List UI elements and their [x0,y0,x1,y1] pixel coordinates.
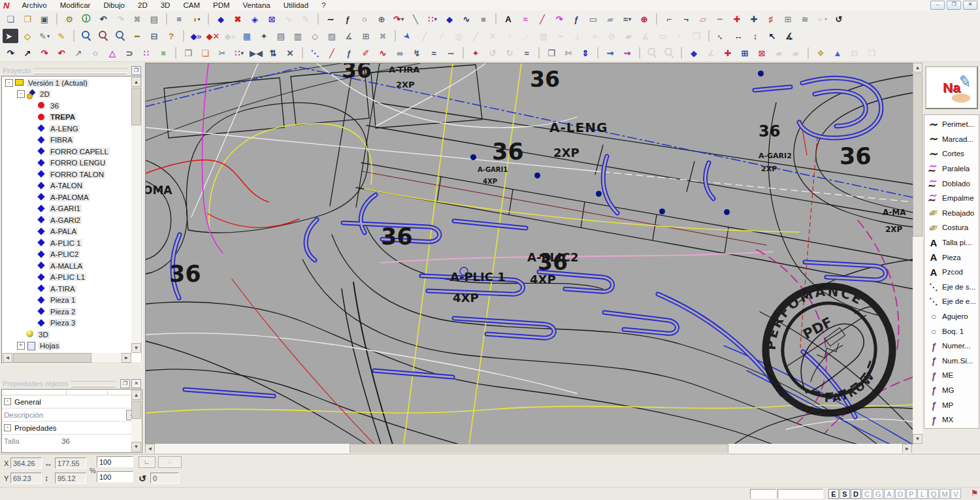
rotate-right-dim[interactable]: ↻ [502,46,517,60]
tree-item-a-malla[interactable]: A-MALLA [3,260,131,272]
export-dash-dim[interactable]: ❐ [689,29,704,43]
filter-button-g[interactable]: G [873,489,883,499]
select-dash-dim[interactable]: ▫ [672,29,687,43]
tree-item-forro-talon[interactable]: FORRO TALON [3,169,131,180]
arrow-node[interactable]: ↗ [71,46,86,60]
filter-button-s[interactable]: S [840,489,850,499]
wave-reverse[interactable]: ≈ [519,46,534,60]
section-general[interactable]: - General [2,395,142,408]
cell-box[interactable]: ⊞ [358,29,374,43]
expand-icon[interactable]: - [5,79,13,87]
snap-target[interactable]: ✚ [720,46,736,60]
corner-tool[interactable]: ⌐ [661,12,677,26]
pieces-group-dim[interactable]: ❒ [864,46,879,60]
menu-ventana-ventana[interactable]: Ventana [237,1,277,9]
curve-wave[interactable]: ∼ [323,12,338,26]
box-corner-dim[interactable]: ▰ [621,29,636,43]
hatch-box[interactable]: ▨ [324,29,340,43]
tool-item-mx[interactable]: MX [926,412,979,427]
scrollbar-thumb[interactable] [131,88,141,125]
push-curve-1[interactable]: ⇝ [602,46,618,60]
text-tool[interactable]: A [500,12,516,26]
points-button[interactable]: ∴ [158,456,182,468]
rotation-field[interactable]: 0 [150,473,179,484]
section-propiedades[interactable]: - Propiedades [2,422,142,435]
delete[interactable]: ✖ [129,12,145,26]
direction-arrow[interactable]: ➢ [814,12,830,26]
expand-icon[interactable]: - [17,90,25,98]
measure-diagonal[interactable]: ↔ [711,25,732,47]
scroll-left-icon[interactable]: ◄ [145,444,155,454]
measure-width[interactable]: ↔ [730,29,746,43]
close-panel-icon[interactable]: ✕ [131,379,141,388]
tool-item-talla-pi-[interactable]: Talla pi... [926,235,979,250]
info[interactable]: ⓘ [78,12,94,26]
tool-item-pieza[interactable]: Pieza [926,250,979,265]
tree-item-3d[interactable]: 3D [3,329,131,341]
circle-tool[interactable]: ○ [357,12,372,26]
expand-icon[interactable]: + [17,342,25,350]
arc-magenta[interactable]: ↷ [551,12,567,26]
rect-dash-dim[interactable]: ▭ [655,29,670,43]
scrollbar-thumb[interactable] [131,401,141,419]
scanner-dim[interactable]: ⊡ [847,46,862,60]
new-file[interactable]: ❏ [3,12,18,26]
angle-arrow-dim[interactable]: ∡ [638,29,653,43]
measure-height[interactable]: ↕ [747,29,763,43]
trim-piece[interactable]: ✄ [561,46,576,60]
curves-intersect[interactable]: ≋ [797,12,813,26]
axis-dashes[interactable]: ≡ [155,46,171,60]
tool-item-me[interactable]: ME [926,368,979,383]
align-angle-button[interactable]: ∟ [139,456,155,468]
filter-button-e[interactable]: E [828,489,839,499]
line-red[interactable]: ╱ [324,46,340,60]
tool-item-marcad-[interactable]: Marcad... [926,132,979,147]
tree-item-fibra[interactable]: FIBRA [3,135,131,146]
filter-button-o[interactable]: O [895,489,906,499]
talla-value[interactable]: 36 [61,437,142,445]
notch-red[interactable]: ✚ [729,12,745,26]
scroll-right-icon[interactable]: ► [122,353,131,363]
properties-window[interactable]: ⊞ [737,46,753,60]
drawing-canvas[interactable]: PERFOMANCE PATROW PDF 3636363636 [145,63,913,444]
node-tool[interactable]: ∷ [425,12,440,26]
tree-item-trepa[interactable]: TREPA [3,112,131,124]
dot-dim[interactable]: · [502,29,517,43]
menu-modificar-modificar[interactable]: Modificar [54,1,97,9]
filter-button-l[interactable]: L [917,489,928,499]
tree-item-a-paloma[interactable]: A-PALOMA [3,192,131,203]
angle-north[interactable]: ∡ [341,29,357,43]
palette[interactable]: ◑ [188,12,204,26]
scroll-up-icon[interactable]: ▲ [131,77,141,87]
curve-f[interactable]: ƒ [340,12,355,26]
curve-edit-red[interactable]: ∿ [375,46,391,60]
print[interactable]: ⊟ [146,29,162,43]
select-piece[interactable]: ➤ [3,29,18,43]
panel-grip[interactable] [33,68,127,73]
pen-line[interactable]: ╱ [534,12,550,26]
calculator[interactable]: ▦ [239,29,255,43]
tool-item-empalme[interactable]: Empalme [926,191,979,206]
last-tool[interactable]: ∿ [281,12,297,26]
remove-red[interactable]: ◆✕ [205,29,221,43]
panel-grip[interactable] [71,381,116,386]
cut[interactable]: ✂ [214,46,230,60]
new-view[interactable]: ❖ [813,46,828,60]
tool-item-numer-[interactable]: Numer... [926,339,979,354]
diamond-connector[interactable]: ◇ [307,29,323,43]
view-3d[interactable]: ▲ [830,46,845,60]
loop-tool[interactable]: ∞ [392,46,408,60]
scroll-down-icon[interactable]: ▼ [131,343,141,353]
tool-item-agujero[interactable]: Agujero [926,309,979,324]
point-export[interactable]: ⊕ [636,12,652,26]
measure-radius[interactable]: ↖ [764,29,780,43]
option-check[interactable]: ⊠ [754,46,770,60]
tree-item-a-plic-l1[interactable]: A-PLIC L1 [3,272,131,284]
rect-magenta[interactable]: ▱ [695,12,711,26]
arc-corner-2[interactable]: ↗ [20,46,35,60]
arc-nodes-2[interactable]: ↶ [54,46,69,60]
filter-button-p[interactable]: P [906,489,917,499]
x-coordinate-field[interactable]: 364.26 [10,458,42,469]
converge[interactable]: ▶◀ [248,46,264,60]
scrollbar-thumb[interactable] [913,73,923,237]
